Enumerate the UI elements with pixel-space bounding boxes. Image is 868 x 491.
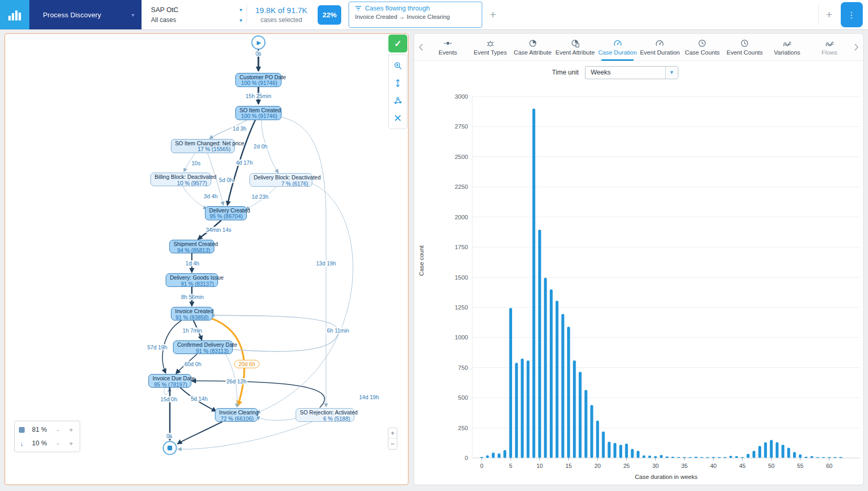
histogram-bar[interactable] (579, 372, 582, 458)
histogram-bar[interactable] (590, 405, 593, 458)
histogram-bar[interactable] (718, 457, 721, 458)
histogram-bar[interactable] (584, 390, 588, 458)
histogram-bar[interactable] (648, 455, 652, 458)
histogram-bar[interactable] (625, 443, 628, 458)
histogram-bar[interactable] (805, 457, 808, 458)
histogram-bar[interactable] (828, 457, 831, 458)
histogram-bar[interactable] (497, 453, 501, 458)
histogram-bar[interactable] (695, 457, 698, 458)
activity-node-billing-block-deactivated[interactable]: Billing Block: Deactivated10 % (9577) (150, 173, 211, 186)
activity-node-invoice-due-date[interactable]: Invoice Due Date85 % (78197) (148, 374, 191, 388)
histogram-bar[interactable] (816, 457, 819, 458)
histogram-bar[interactable] (822, 457, 825, 458)
histogram-bar[interactable] (509, 308, 513, 458)
activity-node-customer-po-date[interactable]: Customer PO Date100 % (91746) (235, 73, 281, 87)
histogram-bar[interactable] (503, 450, 506, 458)
activity-node-so-item-created[interactable]: SO Item Created100 % (91746) (235, 106, 281, 120)
histogram-bar[interactable] (602, 432, 605, 458)
histogram-bar[interactable] (753, 451, 756, 458)
histogram-bar[interactable] (486, 455, 489, 458)
histogram-bar[interactable] (793, 452, 796, 458)
histogram-bar[interactable] (770, 440, 773, 458)
histogram-bar[interactable] (637, 451, 640, 458)
tab-event-types[interactable]: Event Types (469, 34, 512, 60)
histogram-bar[interactable] (573, 360, 576, 458)
histogram-bar[interactable] (747, 454, 750, 458)
tab-case-duration[interactable]: Case Duration (596, 34, 639, 60)
histogram-bar[interactable] (596, 421, 599, 458)
histogram-bar[interactable] (782, 445, 785, 458)
activity-node-delivery-goods-issue[interactable]: Delivery: Goods Issue91 % (83137) (166, 273, 218, 287)
histogram-bar[interactable] (671, 457, 675, 458)
activity-node-delivery-created[interactable]: Delivery Created95 % (86704) (205, 206, 247, 220)
histogram-bar[interactable] (607, 442, 611, 458)
activity-node-invoice-created[interactable]: Invoice Created91 % (83858) (171, 307, 213, 321)
histogram-bar[interactable] (839, 457, 842, 458)
histogram-bar[interactable] (550, 290, 553, 458)
histogram-bar[interactable] (538, 230, 541, 458)
apply-selection-button[interactable]: ✓ (388, 35, 407, 52)
activity-node-confirmed-delivery-date[interactable]: Confirmed Delivery Date91 % (83113) (173, 340, 233, 354)
tab-event-duration[interactable]: Event Duration (639, 34, 681, 60)
histogram-bar[interactable] (492, 453, 495, 458)
histogram-bar[interactable] (567, 327, 570, 458)
histogram-bar[interactable] (700, 457, 703, 458)
activity-node-invoice-clearing[interactable]: Invoice Clearing72 % (66106) (215, 408, 258, 422)
close-icon[interactable] (389, 109, 407, 126)
histogram-bar[interactable] (666, 456, 669, 458)
histogram-bar[interactable] (613, 443, 616, 458)
tabs-scroll-left-button[interactable] (415, 34, 427, 60)
tab-variations[interactable]: Variations (766, 34, 808, 60)
filter-chip[interactable]: Cases flowing through Invoice Created → … (349, 2, 482, 28)
histogram-bar[interactable] (521, 359, 524, 458)
histogram-bar[interactable] (787, 448, 790, 458)
histogram-bar[interactable] (712, 457, 715, 458)
histogram-bar[interactable] (833, 457, 837, 458)
add-view-button[interactable]: + (819, 0, 840, 29)
histogram-bar[interactable] (561, 314, 565, 458)
activity-node-so-item-changed-net-price[interactable]: SO Item Changed: Net price17 % (15565) (171, 139, 235, 153)
process-selector[interactable]: SAP OtC ▾ (151, 6, 242, 14)
histogram-bar[interactable] (764, 442, 767, 458)
histogram-bar[interactable] (776, 442, 779, 458)
histogram-bar[interactable] (631, 449, 634, 458)
activity-frequency-decrease-button[interactable]: - (53, 426, 62, 434)
tabs-scroll-right-button[interactable] (851, 34, 862, 60)
histogram-bar[interactable] (515, 363, 518, 458)
histogram-bar[interactable] (689, 457, 692, 458)
histogram-bar[interactable] (480, 457, 483, 458)
activity-node-delivery-block-deactivated[interactable]: Delivery Block: Deactivated7 % (6176) (249, 173, 312, 187)
histogram-bar[interactable] (758, 446, 762, 458)
histogram-bar[interactable] (677, 457, 680, 458)
histogram-bar[interactable] (683, 457, 686, 458)
tab-case-attribute[interactable]: Case Attribute (512, 34, 554, 60)
activity-frequency-increase-button[interactable]: + (67, 426, 75, 434)
activity-node-shipment-created[interactable]: Shipment Created94 % (85813) (169, 240, 214, 253)
connection-frequency-decrease-button[interactable]: - (53, 440, 62, 447)
tab-event-counts[interactable]: Event Counts (723, 34, 766, 60)
histogram-bar[interactable] (723, 457, 726, 458)
case-set-selector[interactable]: All cases ▾ (151, 16, 242, 24)
histogram-bar[interactable] (544, 278, 547, 458)
tab-flows[interactable]: Flows (808, 34, 851, 60)
histogram-bar[interactable] (620, 445, 623, 458)
histogram-bar[interactable] (556, 301, 559, 458)
histogram-bar[interactable] (527, 360, 530, 458)
process-start-node[interactable]: ▶ (252, 36, 266, 50)
histogram-bar[interactable] (741, 457, 744, 458)
diagram-zoom-in-button[interactable]: + (388, 428, 397, 439)
histogram-bar[interactable] (799, 454, 802, 458)
more-menu-button[interactable]: ⋮ (841, 2, 863, 27)
histogram-bar[interactable] (810, 456, 813, 458)
histogram-bar[interactable] (729, 456, 732, 458)
time-unit-select[interactable]: Weeks ▼ (585, 66, 678, 79)
histogram-bar[interactable] (735, 456, 739, 458)
process-graph-icon[interactable] (389, 92, 407, 109)
histogram-bar[interactable] (706, 457, 709, 458)
diagram-zoom-out-button[interactable]: − (388, 439, 397, 449)
histogram-bar[interactable] (643, 455, 646, 458)
histogram-bar[interactable] (660, 455, 663, 458)
activity-node-so-rejection-activated[interactable]: SO Rejection: Activated6 % (5188) (296, 408, 354, 422)
tab-case-counts[interactable]: Case Counts (681, 34, 723, 60)
histogram-bar[interactable] (654, 456, 657, 458)
